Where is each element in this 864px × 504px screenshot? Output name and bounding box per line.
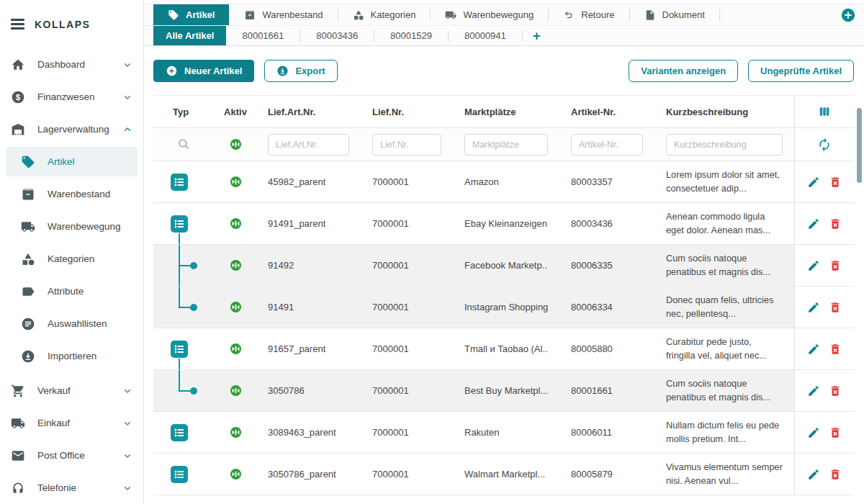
tab-retoure[interactable]: Retoure [549,4,629,25]
module-tabbar: ArtikelWarenbestandKategorienWarenbewegu… [144,4,864,26]
sidebar-item-finanzwesen[interactable]: $Finanzwesen [0,81,143,113]
sidebar-item-auswahllisten[interactable]: Auswahllisten [0,307,143,340]
subtab-label: Alle Artikel [166,30,214,41]
sidebar-item-warenbestand[interactable]: Warenbestand [0,178,143,210]
sidebar-item-einkauf[interactable]: Einkauf [0,407,143,439]
tree-connector [179,359,180,369]
active-filter-icon[interactable] [229,138,243,151]
actions-cell [794,245,854,286]
tab-kategorien[interactable]: Kategorien [338,4,431,25]
artikel-nr-value: 80003436 [571,218,613,229]
tab-warenbewegung[interactable]: Warenbewegung [431,4,548,25]
sidebar-item-dashboard[interactable]: Dashboard [0,48,143,81]
lief-nr-cell: 7000001 [361,245,453,286]
tab-artikel[interactable]: Artikel [153,4,229,25]
filter-input-kurzbeschreibung[interactable] [666,134,783,156]
app-root: KOLLAPS Dashboard$FinanzwesenLagerverwal… [0,0,864,504]
article-type-icon[interactable] [170,215,189,233]
show-variants-button[interactable]: Varianten anzeigen [629,60,738,82]
actions-cell [794,161,854,202]
tab-warenbestand[interactable]: Warenbestand [230,4,337,25]
kurzbeschreibung-cell: Lorem ipsum dolor sit amet, consectetuer… [654,161,794,202]
sidebar-item-label: Warenbestand [48,189,110,199]
edit-button[interactable] [807,259,820,272]
lief-nr-value: 7000001 [372,385,409,396]
delete-button[interactable] [829,217,842,230]
mail-icon [11,449,25,463]
column-settings-icon[interactable] [817,104,832,119]
subtab-alle-artikel[interactable]: Alle Artikel [153,26,226,45]
filter-cell [361,128,453,161]
menu-icon[interactable] [11,19,24,30]
subtab-80001661[interactable]: 80001661 [226,26,300,45]
sidebar-item-importieren[interactable]: Importieren [0,340,143,372]
tab-label: Warenbestand [262,9,323,20]
filter-cell [453,128,559,161]
tab-dokument[interactable]: Dokument [630,4,719,25]
truck-icon [445,9,456,21]
aktiv-cell [215,328,256,369]
subtab-80001529[interactable]: 80001529 [374,26,448,45]
edit-button[interactable] [807,217,820,230]
refresh-icon[interactable] [817,138,832,152]
delete-button[interactable] [829,343,842,356]
edit-button[interactable] [807,301,820,314]
edit-button[interactable] [807,468,820,481]
sidebar-item-artikel[interactable]: Artikel [0,145,143,178]
kurzbeschreibung-value: Cum sociis natoque penatibus et magnis d… [666,252,783,279]
subtab-80003436[interactable]: 80003436 [300,26,374,45]
sidebar-item-verkauf[interactable]: Verkauf [0,374,143,407]
delete-button[interactable] [829,301,842,314]
delete-button[interactable] [829,384,842,397]
new-article-button[interactable]: Neuer Artikel [153,60,254,82]
lief-nr-cell: 7000001 [361,454,453,495]
sidebar-item-telefonie[interactable]: Telefonie [0,472,143,504]
add-tab-button[interactable] [840,7,856,23]
article-type-icon[interactable] [170,465,189,484]
edit-button[interactable] [807,176,820,189]
article-type-icon[interactable] [170,340,189,359]
sidebar-item-warenbewegung[interactable]: Warenbewegung [0,210,143,243]
filter-input-lief-art-nr[interactable] [268,134,349,156]
kurzbeschreibung-value: Donec quam felis, ultricies nec, pellent… [666,294,783,320]
edit-button[interactable] [807,426,820,439]
kurzbeschreibung-cell: Cum sociis natoque penatibus et magnis d… [654,245,794,286]
delete-button[interactable] [829,468,842,481]
export-button[interactable]: Export [264,60,337,82]
sidebar-item-lagerverwaltung[interactable]: Lagerverwaltung [0,113,143,145]
scrollbar-thumb[interactable] [857,108,862,183]
sidebar-item-post-office[interactable]: Post Office [0,439,143,472]
subtab-80000941[interactable]: 80000941 [449,26,522,45]
edit-button[interactable] [807,343,820,356]
search-icon[interactable] [177,138,191,151]
aktiv-cell [215,161,256,202]
table-row: 3089463_parent 7000001 Rakuten 80006011 … [153,412,854,454]
filter-input-artikel-nr[interactable] [571,134,643,156]
tree-connector [179,265,191,266]
chevron-down-icon [122,482,133,494]
table-filter-row [153,128,854,161]
articles-table: TypAktivLief.Art.Nr.Lief.Nr.MarktplätzeA… [153,95,854,495]
lief-art-nr-value: 3050786_parent [268,469,336,480]
tree-connector [179,233,180,244]
filter-cell [256,128,361,161]
article-type-icon[interactable] [170,423,189,442]
add-article-tab-button[interactable]: + [523,26,551,45]
filter-input-lief-nr[interactable] [372,134,441,156]
delete-button[interactable] [829,259,842,272]
app-title: KOLLAPS [35,19,90,30]
edit-button[interactable] [807,384,820,397]
unchecked-articles-button[interactable]: Ungeprüfte Artikel [748,60,854,82]
chevron-up-icon [122,124,133,135]
article-type-icon[interactable] [170,173,189,192]
typ-cell [153,328,215,369]
subtab-label: 80001661 [242,30,284,41]
lief-nr-value: 7000001 [372,218,409,229]
typ-cell [153,203,215,244]
filter-input-marktpl-tze[interactable] [464,134,548,156]
sidebar-item-kategorien[interactable]: Kategorien [0,243,143,275]
sidebar-item-attribute[interactable]: Attribute [0,275,143,307]
delete-button[interactable] [829,426,842,439]
lief-nr-value: 7000001 [372,176,409,187]
delete-button[interactable] [829,176,842,189]
